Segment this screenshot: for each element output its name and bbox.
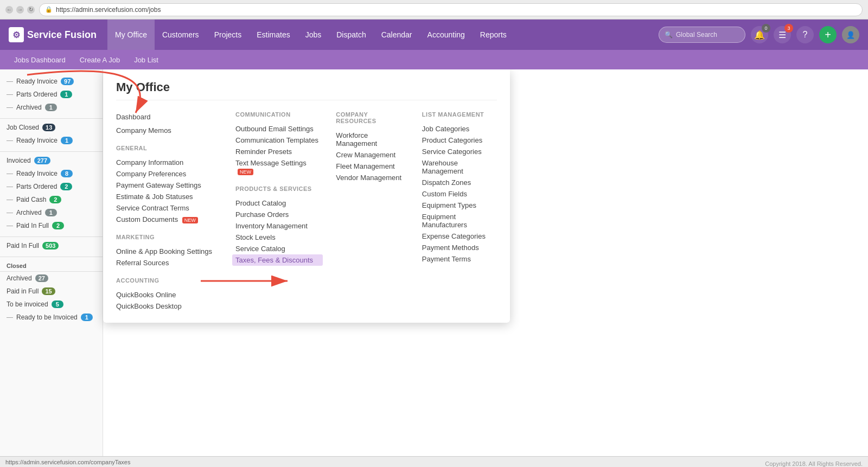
link-company-memos[interactable]: Company Memos [116, 125, 219, 136]
forward-btn[interactable]: → [16, 6, 24, 14]
nav-reports[interactable]: Reports [473, 20, 514, 50]
logo-icon [9, 27, 24, 42]
sub-nav-jobs-dashboard-label: Jobs Dashboard [14, 56, 66, 64]
browser-controls: ← → ↻ [5, 6, 35, 14]
link-workforce[interactable]: Workforce Management [336, 130, 406, 149]
link-equipment-types[interactable]: Equipment Types [422, 200, 497, 211]
link-service-catalog[interactable]: Service Catalog [235, 243, 320, 254]
nav-calendar-label: Calendar [381, 30, 412, 39]
link-dispatch-zones[interactable]: Dispatch Zones [422, 177, 497, 188]
link-inventory-management[interactable]: Inventory Management [235, 220, 320, 232]
sub-nav-create-job-label: Create A Job [80, 56, 120, 64]
add-btn[interactable]: + [819, 26, 837, 43]
nav-dispatch[interactable]: Dispatch [329, 20, 373, 50]
notifications-badge: 0 [762, 24, 770, 33]
products-header: PRODUCTS & SERVICES [235, 185, 320, 192]
url-text: https://admin.servicefusion.com/jobs [56, 6, 161, 14]
link-warehouse[interactable]: Warehouse Management [422, 157, 497, 177]
link-quickbooks-desktop[interactable]: QuickBooks Desktop [116, 300, 219, 312]
new-badge: NEW [182, 217, 198, 223]
accounting-header: ACCOUNTING [116, 277, 219, 284]
plus-icon: + [825, 29, 831, 41]
link-product-catalog[interactable]: Product Catalog [235, 197, 320, 209]
messages-badge: 3 [784, 24, 793, 33]
lock-icon: 🔒 [45, 6, 53, 13]
messages-icon: ☰ [778, 30, 786, 40]
link-custom-fields[interactable]: Custom Fields [422, 188, 497, 200]
marketing-header: MARKETING [116, 234, 219, 240]
link-custom-documents[interactable]: Custom Documents NEW [116, 214, 219, 225]
link-comm-templates[interactable]: Communication Templates [235, 135, 320, 146]
link-payment-methods[interactable]: Payment Methods [422, 242, 497, 253]
nav-estimates[interactable]: Estimates [249, 20, 297, 50]
nav-accounting-label: Accounting [427, 30, 465, 39]
link-payment-gateway[interactable]: Payment Gateway Settings [116, 180, 219, 191]
nav-projects-label: Projects [214, 30, 242, 39]
nav-jobs-label: Jobs [305, 30, 322, 39]
link-taxes-fees[interactable]: Taxes, Fees & Discounts [232, 254, 323, 266]
search-placeholder: Global Search [676, 31, 717, 39]
sub-nav-job-list-label: Job List [134, 56, 158, 64]
link-dashboard[interactable]: Dashboard [116, 111, 219, 123]
nav-my-office-label: My Office [115, 30, 147, 39]
browser-bar: ← → ↻ 🔒 https://admin.servicefusion.com/… [0, 0, 868, 20]
nav-items: My Office Customers Projects Estimates J… [107, 20, 514, 50]
nav-customers[interactable]: Customers [155, 20, 207, 50]
myoffice-title: My Office [116, 80, 497, 100]
global-search[interactable]: 🔍 Global Search [659, 27, 745, 43]
link-crew[interactable]: Crew Management [336, 149, 406, 161]
general-links-list: Company Information Company Preferences … [116, 157, 219, 225]
nav-dispatch-label: Dispatch [336, 30, 366, 39]
sub-nav-jobs-dashboard[interactable]: Jobs Dashboard [9, 54, 71, 66]
nav-jobs[interactable]: Jobs [298, 20, 329, 50]
link-product-categories[interactable]: Product Categories [422, 135, 497, 146]
nav-projects[interactable]: Projects [207, 20, 250, 50]
link-payment-terms[interactable]: Payment Terms [422, 253, 497, 265]
company-resources-col: COMPANY RESOURCES Workforce Management C… [336, 111, 406, 312]
link-fleet[interactable]: Fleet Management [336, 161, 406, 172]
link-service-contract[interactable]: Service Contract Terms [116, 202, 219, 214]
nav-calendar[interactable]: Calendar [374, 20, 420, 50]
messages-btn[interactable]: ☰ 3 [774, 26, 791, 43]
nav-accounting[interactable]: Accounting [420, 20, 473, 50]
link-quickbooks-online[interactable]: QuickBooks Online [116, 289, 219, 300]
logo-text: Service Fusion [27, 29, 97, 41]
link-estimate-job-statuses[interactable]: Estimate & Job Statuses [116, 191, 219, 202]
link-company-info[interactable]: Company Information [116, 157, 219, 168]
link-text-message[interactable]: Text Message Settings NEW [235, 157, 320, 177]
dropdown-overlay[interactable]: My Office Dashboard Company Memos GENERA… [0, 69, 868, 467]
help-btn[interactable]: ? [796, 26, 814, 43]
link-expense-categories[interactable]: Expense Categories [422, 231, 497, 242]
sub-nav-create-job[interactable]: Create A Job [74, 54, 125, 66]
logo: Service Fusion [9, 27, 97, 42]
link-equipment-manufacturers[interactable]: Equipment Manufacturers [422, 211, 497, 231]
link-outbound-email[interactable]: Outbound Email Settings [235, 123, 320, 135]
link-service-categories[interactable]: Service Categories [422, 146, 497, 157]
reload-btn[interactable]: ↻ [27, 6, 35, 14]
nav-estimates-label: Estimates [257, 30, 290, 39]
company-resources-header: COMPANY RESOURCES [336, 111, 406, 124]
link-referral-sources[interactable]: Referral Sources [116, 257, 219, 268]
link-online-booking[interactable]: Online & App Booking Settings [116, 246, 219, 257]
address-bar[interactable]: 🔒 https://admin.servicefusion.com/jobs [39, 3, 863, 16]
avatar[interactable]: 👤 [842, 26, 859, 43]
nav-right: 🔍 Global Search 🔔 0 ☰ 3 ? + 👤 [659, 26, 859, 43]
content-area: — Ready Invoice 97 — Parts Ordered 1 — A… [0, 69, 868, 467]
top-nav: Service Fusion My Office Customers Proje… [0, 20, 868, 50]
link-reminder-presets[interactable]: Reminder Presets [235, 146, 320, 157]
link-stock-levels[interactable]: Stock Levels [235, 232, 320, 243]
standalone-links: Dashboard Company Memos [116, 111, 219, 136]
notifications-btn[interactable]: 🔔 0 [751, 26, 768, 43]
sub-nav: Jobs Dashboard Create A Job Job List [0, 50, 868, 69]
link-job-categories[interactable]: Job Categories [422, 123, 497, 135]
text-new-badge: NEW [238, 169, 253, 175]
sub-nav-job-list[interactable]: Job List [129, 54, 164, 66]
nav-my-office[interactable]: My Office [107, 20, 155, 50]
back-btn[interactable]: ← [5, 6, 13, 14]
link-vendor[interactable]: Vendor Management [336, 172, 406, 183]
nav-customers-label: Customers [162, 30, 199, 39]
link-purchase-orders[interactable]: Purchase Orders [235, 209, 320, 220]
link-company-prefs[interactable]: Company Preferences [116, 168, 219, 180]
app: Service Fusion My Office Customers Proje… [0, 20, 868, 467]
avatar-icon: 👤 [846, 31, 855, 39]
